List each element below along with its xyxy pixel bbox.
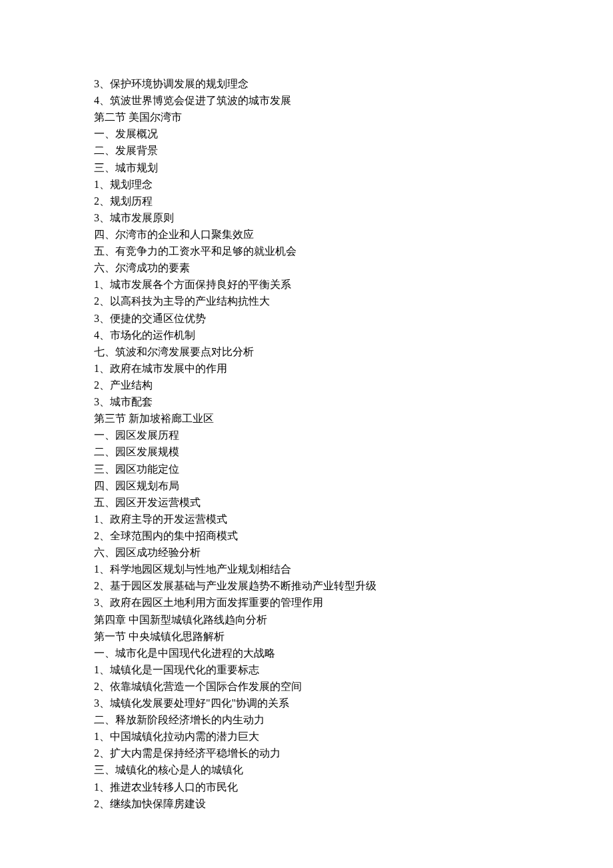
outline-item: 4、筑波世界博览会促进了筑波的城市发展 <box>94 92 613 109</box>
outline-item: 五、园区开发运营模式 <box>94 494 613 511</box>
outline-item: 二、发展背景 <box>94 142 613 159</box>
outline-item: 五、有竞争力的工资水平和足够的就业机会 <box>94 243 613 259</box>
outline-item: 1、科学地园区规划与性地产业规划相结合 <box>94 561 613 577</box>
outline-item: 4、市场化的运作机制 <box>94 327 613 343</box>
outline-item: 三、园区功能定位 <box>94 461 613 477</box>
outline-item: 3、城市配套 <box>94 393 613 410</box>
outline-item: 第三节 新加坡裕廊工业区 <box>94 410 613 427</box>
outline-item: 二、园区发展规模 <box>94 443 613 460</box>
outline-item: 2、扩大内需是保持经济平稳增长的动力 <box>94 745 613 761</box>
outline-item: 一、城市化是中国现代化进程的大战略 <box>94 645 613 661</box>
outline-item: 二、释放新阶段经济增长的内生动力 <box>94 711 613 728</box>
outline-item: 第四章 中国新型城镇化路线趋向分析 <box>94 611 613 628</box>
outline-item: 三、城市规划 <box>94 159 613 176</box>
outline-item: 3、城市发展原则 <box>94 209 613 226</box>
outline-item: 2、基于园区发展基础与产业发展趋势不断推动产业转型升级 <box>94 577 613 594</box>
outline-item: 1、中国城镇化拉动内需的潜力巨大 <box>94 728 613 745</box>
outline-item: 一、发展概况 <box>94 125 613 142</box>
outline-item: 四、尔湾市的企业和人口聚集效应 <box>94 226 613 243</box>
outline-item: 2、继续加快保障房建设 <box>94 795 613 812</box>
outline-item: 第二节 美国尔湾市 <box>94 109 613 125</box>
outline-item: 四、园区规划布局 <box>94 477 613 494</box>
outline-item: 一、园区发展历程 <box>94 427 613 443</box>
outline-item: 六、尔湾成功的要素 <box>94 259 613 276</box>
outline-item: 2、规划历程 <box>94 193 613 209</box>
outline-item: 3、政府在园区土地利用方面发挥重要的管理作用 <box>94 594 613 611</box>
outline-item: 七、筑波和尔湾发展要点对比分析 <box>94 343 613 360</box>
outline-item: 2、以高科技为主导的产业结构抗性大 <box>94 293 613 309</box>
outline-item: 3、保护环境协调发展的规划理念 <box>94 75 613 92</box>
outline-item: 3、便捷的交通区位优势 <box>94 310 613 327</box>
outline-item: 1、城镇化是一国现代化的重要标志 <box>94 661 613 678</box>
outline-item: 第一节 中央城镇化思路解析 <box>94 628 613 645</box>
outline-item: 1、政府在城市发展中的作用 <box>94 360 613 377</box>
outline-item: 1、推进农业转移人口的市民化 <box>94 779 613 795</box>
outline-item: 1、城市发展各个方面保持良好的平衡关系 <box>94 276 613 293</box>
outline-item: 2、产业结构 <box>94 377 613 393</box>
outline-item: 三、城镇化的核心是人的城镇化 <box>94 761 613 778</box>
outline-item: 1、规划理念 <box>94 176 613 193</box>
outline-item: 3、城镇化发展要处理好"四化"协调的关系 <box>94 695 613 711</box>
outline-item: 1、政府主导的开发运营模式 <box>94 511 613 527</box>
outline-item: 六、园区成功经验分析 <box>94 544 613 561</box>
document-content: 3、保护环境协调发展的规划理念 4、筑波世界博览会促进了筑波的城市发展 第二节 … <box>94 75 613 812</box>
outline-item: 2、全球范围内的集中招商模式 <box>94 527 613 544</box>
outline-item: 2、依靠城镇化营造一个国际合作发展的空间 <box>94 678 613 695</box>
